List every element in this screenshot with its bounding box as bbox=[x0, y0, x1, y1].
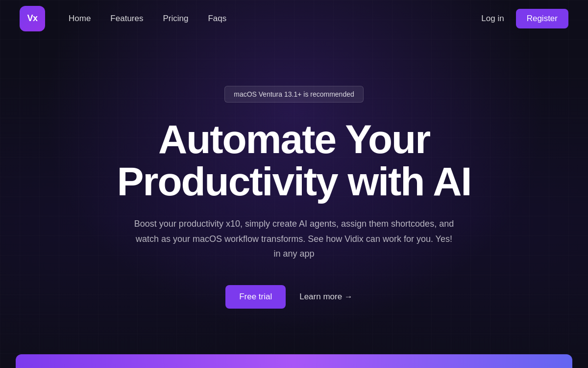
nav-item-faqs[interactable]: Faqs bbox=[208, 14, 226, 24]
nav-item-pricing[interactable]: Pricing bbox=[163, 14, 188, 24]
navbar: Vx Home Features Pricing Faqs Log in Reg… bbox=[0, 0, 588, 37]
recommendation-badge: macOS Ventura 13.1+ is recommended bbox=[224, 86, 364, 103]
hero-title: Automate Your Productivity with AI bbox=[117, 118, 471, 203]
nav-link-pricing[interactable]: Pricing bbox=[163, 14, 188, 23]
cta-buttons: Free trial Learn more → bbox=[225, 285, 363, 309]
hero-title-line2: Productivity with AI bbox=[117, 159, 471, 204]
register-button[interactable]: Register bbox=[516, 9, 568, 28]
nav-link-faqs[interactable]: Faqs bbox=[208, 14, 226, 23]
nav-item-features[interactable]: Features bbox=[110, 14, 143, 24]
nav-item-home[interactable]: Home bbox=[69, 14, 91, 24]
free-trial-button[interactable]: Free trial bbox=[225, 285, 286, 309]
nav-left: Vx Home Features Pricing Faqs bbox=[20, 6, 226, 31]
nav-right: Log in Register bbox=[481, 9, 568, 28]
hero-section: macOS Ventura 13.1+ is recommended Autom… bbox=[0, 37, 588, 309]
learn-more-button[interactable]: Learn more → bbox=[290, 285, 363, 309]
nav-link-features[interactable]: Features bbox=[110, 14, 143, 23]
hero-subtitle: Boost your productivity x10, simply crea… bbox=[132, 216, 456, 262]
logo[interactable]: Vx bbox=[20, 6, 45, 31]
bottom-gradient-bar bbox=[16, 354, 572, 368]
hero-title-line1: Automate Your bbox=[158, 117, 430, 161]
nav-links: Home Features Pricing Faqs bbox=[69, 14, 226, 24]
login-button[interactable]: Log in bbox=[481, 14, 504, 24]
nav-link-home[interactable]: Home bbox=[69, 14, 91, 23]
